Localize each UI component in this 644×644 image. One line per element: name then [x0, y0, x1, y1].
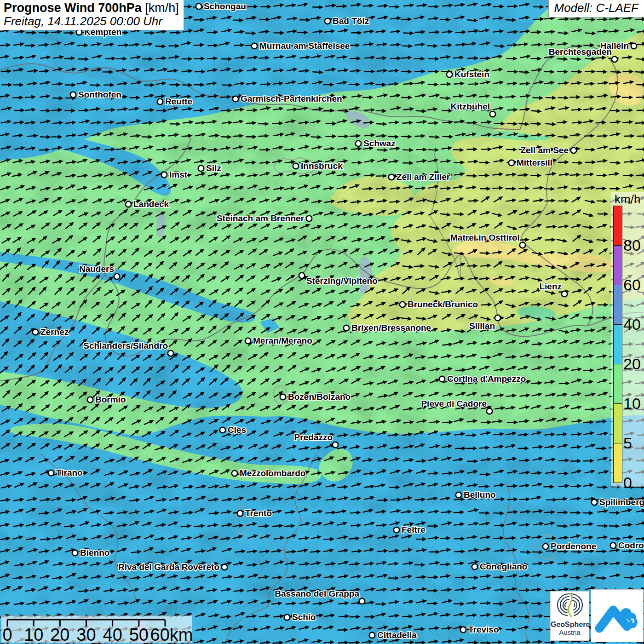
city-label: Tirano [56, 468, 83, 477]
city-marker [198, 166, 204, 171]
scalebar-label: 40 [103, 625, 122, 643]
city-label: Trento [245, 508, 272, 518]
legend-tick-label: 5 [623, 435, 632, 451]
city-label: Landeck [133, 199, 169, 209]
city-marker [562, 291, 567, 297]
forecast-title: Prognose Wind 700hPa [km/h] [4, 1, 179, 15]
city-meran-merano: Meran/Merano [245, 336, 312, 345]
city-label: Bormio [95, 395, 126, 404]
city-marker [237, 511, 243, 516]
city-marker [400, 302, 405, 307]
city-label: Pordenone [551, 541, 596, 551]
city-label: Kitzbühel [451, 102, 490, 111]
city-label: Imst [169, 170, 188, 179]
city-schongau: Schongau [196, 1, 246, 11]
city-marker [356, 141, 361, 146]
city-marker [232, 471, 237, 476]
city-marker [439, 376, 445, 382]
city-label: Schlanders/Silandro [83, 341, 168, 351]
scalebar-ruler: 0102030405060km [1, 616, 192, 643]
city-marker [610, 543, 616, 548]
city-marker [299, 273, 305, 278]
city-label: Bassano del Grappa [275, 589, 359, 598]
scalebar-label: 30 [76, 625, 96, 643]
forecast-title-unit: [km/h] [142, 1, 179, 15]
city-marker [344, 325, 349, 331]
city-marker [543, 544, 548, 549]
city-bruneck-brunico: Bruneck/Brunico [400, 299, 478, 309]
city-label: Schio [292, 612, 316, 622]
city-marker [196, 4, 201, 9]
city-label: Schwaz [363, 138, 396, 148]
city-label: Meran/Merano [253, 336, 312, 345]
city-murnau-am-staffelsee: Murnau am Staffelsee [252, 41, 350, 51]
legend-tick-label: 40 [623, 316, 641, 332]
scalebar-label: 0 [2, 625, 12, 643]
city-marker [333, 442, 338, 448]
city-marker [571, 148, 576, 153]
city-conegliano: Conegliano [472, 562, 528, 571]
city-zell-am-see: Zell am See [520, 145, 576, 155]
forecast-title-box: Prognose Wind 700hPa [km/h] Freitag, 14.… [0, 0, 184, 30]
legend-color-segment [613, 403, 622, 443]
city-label: Silz [206, 163, 221, 173]
city-label: Zernez [40, 327, 69, 337]
city-marker [284, 615, 290, 620]
city-label: Steinach am Brenner [217, 213, 305, 223]
city-label: Treviso [468, 625, 499, 634]
forecast-title-main: Prognose Wind 700hPa [4, 1, 142, 15]
wind-forecast-map: SchongauBad TölzKemptenMurnau am Staffel… [0, 0, 644, 644]
city-marker [612, 57, 617, 62]
legend-unit-label: km/h [615, 192, 640, 207]
legend-tick-label: 10 [623, 396, 641, 411]
city-label: Codroipo [618, 540, 644, 550]
forecast-valid-time: Freitag, 14.11.2025 00:00 Uhr [4, 15, 179, 28]
legend-color-segment [613, 324, 622, 364]
legend-color-segment [613, 285, 622, 325]
legend-color-segment [613, 245, 622, 285]
city-marker [325, 18, 330, 24]
city-label: Mittersill [517, 158, 552, 167]
city-marker [280, 394, 286, 400]
city-marker [48, 470, 54, 476]
city-label: Brixen/Bressanone [351, 323, 431, 333]
city-label: Pieve di Cadore [421, 399, 487, 408]
city-label: Cittadella [377, 630, 417, 640]
scalebar-label: 10 [24, 625, 43, 643]
legend-tick-label: 60 [623, 277, 641, 293]
city-label: Nauders [79, 264, 114, 274]
partner-logo-box [591, 589, 644, 642]
city-label: Rovereto [182, 562, 219, 572]
city-sonthofen: Sonthofen [70, 90, 121, 99]
city-marker [456, 492, 461, 498]
city-riva-del-garda: Riva del Garda [118, 562, 187, 572]
city-bozen-bolzano: Bozen/Bolzano [280, 392, 351, 402]
distance-scalebar: 0102030405060km [1, 615, 192, 643]
city-cortina-d-ampezzo: Cortina d'Ampezzo [439, 374, 526, 384]
legend-tick-label: 0 [623, 475, 632, 490]
city-label: Murnau am Staffelsee [259, 41, 350, 51]
city-label: Mezzolombardo [240, 468, 306, 478]
legend-color-segment [613, 364, 622, 404]
city-label: Berchtesgaden [549, 47, 612, 57]
city-label: Sterzing/Vipiteno [306, 276, 378, 286]
city-marker [495, 315, 500, 321]
city-steinach-am-brenner: Steinach am Brenner [217, 213, 312, 223]
city-marker [520, 242, 525, 248]
city-marker [592, 500, 597, 505]
city-label: Cortina d'Ampezzo [447, 374, 526, 384]
city-marker [87, 397, 93, 402]
city-label: Bruneck/Brunico [408, 299, 478, 309]
city-marker [222, 564, 227, 570]
city-label: Sillian [469, 321, 495, 331]
city-marker [293, 163, 299, 169]
city-marker [631, 43, 637, 49]
city-label: Belluno [464, 490, 496, 500]
city-marker [245, 338, 251, 344]
city-marker [394, 527, 399, 533]
city-label: Zell am See [520, 145, 569, 155]
model-label: Modell: C-LAEF [554, 1, 639, 15]
scalebar-label: 60km [150, 625, 192, 643]
legend-tick-label: 80 [623, 237, 641, 253]
city-marker [389, 174, 394, 180]
